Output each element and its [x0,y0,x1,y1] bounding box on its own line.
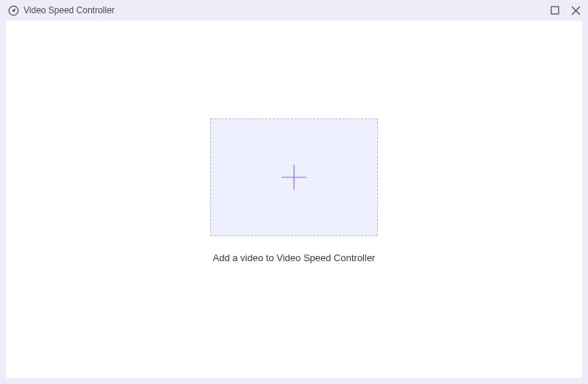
window-controls [550,5,581,15]
close-button[interactable] [570,5,581,15]
close-icon [571,6,581,15]
app-title: Video Speed Controller [24,5,115,15]
svg-point-1 [12,10,14,11]
plus-icon [277,160,311,194]
title-left: Video Speed Controller [7,4,550,16]
svg-rect-2 [551,7,559,14]
main-panel: Add a video to Video Speed Controller [6,21,582,378]
maximize-button[interactable] [550,5,560,15]
add-video-dropzone[interactable] [210,118,378,236]
speedometer-icon [7,4,19,16]
maximize-icon [551,6,559,15]
instruction-text: Add a video to Video Speed Controller [213,252,376,263]
title-bar: Video Speed Controller [0,0,588,21]
